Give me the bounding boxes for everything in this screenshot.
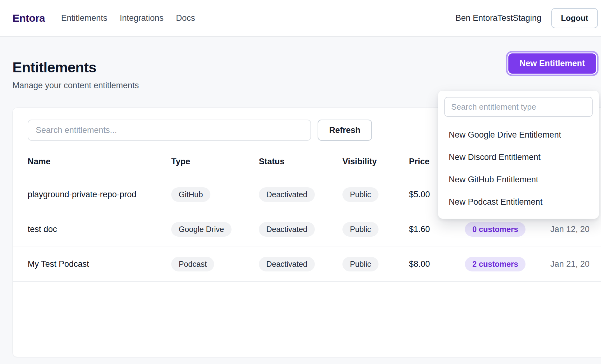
status-badge: Deactivated <box>259 222 315 237</box>
column-header-visibility: Visibility <box>342 157 409 166</box>
nav-item-docs[interactable]: Docs <box>176 13 195 23</box>
dropdown-menu: New Google Drive Entitlement New Discord… <box>438 117 599 213</box>
type-badge: Google Drive <box>171 222 232 237</box>
entitlement-name: test doc <box>28 225 171 234</box>
status-badge: Deactivated <box>259 257 315 271</box>
price-value: $1.60 <box>409 225 465 234</box>
entitlement-name: My Test Podcast <box>28 259 171 269</box>
new-entitlement-button[interactable]: New Entitlement <box>508 53 596 74</box>
menu-item-new-discord-entitlement[interactable]: New Discord Entitlement <box>438 146 599 168</box>
entitlement-name: playground-private-repo-prod <box>28 190 171 199</box>
visibility-badge: Public <box>342 187 378 202</box>
price-value: $8.00 <box>409 259 465 269</box>
top-navigation-bar: Entora Entitlements Integrations Docs Be… <box>0 0 601 37</box>
column-header-name: Name <box>28 157 171 166</box>
column-header-status: Status <box>259 157 342 166</box>
menu-item-new-podcast-entitlement[interactable]: New Podcast Entitlement <box>438 191 599 213</box>
status-badge: Deactivated <box>259 187 315 202</box>
nav-item-integrations[interactable]: Integrations <box>120 13 163 23</box>
refresh-button[interactable]: Refresh <box>318 120 372 141</box>
logout-button[interactable]: Logout <box>551 8 598 28</box>
menu-item-new-google-drive-entitlement[interactable]: New Google Drive Entitlement <box>438 124 599 146</box>
visibility-badge: Public <box>342 257 378 271</box>
new-entitlement-dropdown: New Google Drive Entitlement New Discord… <box>438 91 599 219</box>
entitlement-type-search-input[interactable] <box>444 97 593 117</box>
created-date: Jan 21, 20 <box>550 259 601 269</box>
page-subtitle: Manage your content entitlements <box>12 81 601 90</box>
visibility-badge: Public <box>342 222 378 237</box>
customers-badge: 0 customers <box>465 222 525 237</box>
app-logo[interactable]: Entora <box>12 12 45 24</box>
type-badge: GitHub <box>171 187 210 202</box>
user-name: Ben EntoraTestStaging <box>456 13 541 23</box>
dropdown-search-wrap <box>438 97 599 117</box>
topbar-right: Ben EntoraTestStaging Logout <box>456 8 598 28</box>
table-row[interactable]: My Test Podcast Podcast Deactivated Publ… <box>13 247 601 282</box>
column-header-type: Type <box>171 157 259 166</box>
nav-item-entitlements[interactable]: Entitlements <box>61 13 108 23</box>
type-badge: Podcast <box>171 257 214 271</box>
customers-badge: 2 customers <box>465 257 525 271</box>
menu-item-new-github-entitlement[interactable]: New GitHub Entitlement <box>438 168 599 191</box>
search-entitlements-input[interactable] <box>28 120 311 141</box>
created-date: Jan 12, 20 <box>550 225 601 234</box>
main-nav: Entitlements Integrations Docs <box>61 13 195 23</box>
